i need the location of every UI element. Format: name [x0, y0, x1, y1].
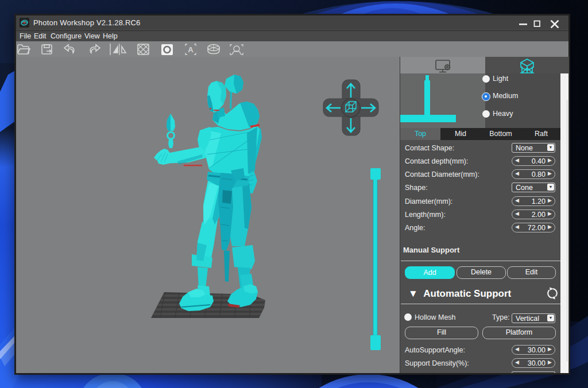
svg-text:A: A	[188, 45, 194, 54]
